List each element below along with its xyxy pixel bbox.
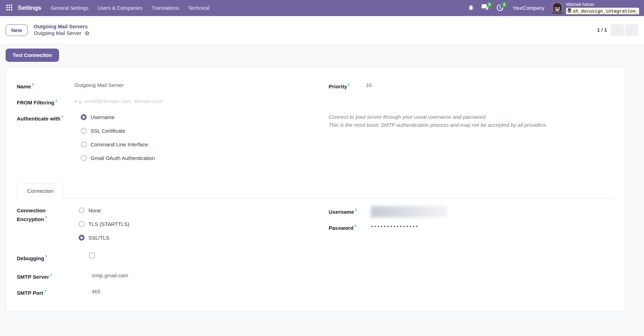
- radio-option-gmail-oauth[interactable]: Gmail OAuth Authentication: [81, 154, 155, 162]
- breadcrumb-current: Outgoing Mail Server: [34, 30, 81, 37]
- bug-icon: [468, 5, 474, 12]
- smtp-server-input[interactable]: [92, 271, 210, 279]
- radio-option-username[interactable]: Username: [81, 113, 155, 122]
- smtp-port-field-label: SMTP Port?: [17, 287, 79, 297]
- app-name-settings[interactable]: Settings: [16, 5, 46, 12]
- help-icon: ?: [45, 216, 47, 220]
- gear-icon: ⚙: [85, 30, 89, 36]
- radio-selected-icon[interactable]: [79, 235, 85, 241]
- apps-grid-icon: [6, 5, 12, 12]
- help-icon: ?: [354, 225, 356, 228]
- main-menu: General Settings Users & Companies Trans…: [46, 0, 214, 16]
- chevron-left-icon: ‹: [616, 27, 618, 33]
- menu-general-settings[interactable]: General Settings: [46, 0, 93, 16]
- debugging-field-label: Debugging?: [17, 253, 79, 262]
- help-icon: ?: [50, 273, 52, 277]
- company-switcher[interactable]: YourCompany: [508, 5, 549, 11]
- menu-technical[interactable]: Technical: [183, 0, 214, 16]
- password-field-label: Password?: [329, 222, 366, 232]
- top-navbar: Settings General Settings Users & Compan…: [0, 0, 644, 16]
- activities-count-badge: 4: [501, 2, 507, 7]
- messages-count-badge: 5: [487, 2, 492, 7]
- from-filtering-input[interactable]: [74, 97, 193, 105]
- new-button[interactable]: New: [6, 24, 28, 36]
- actions-gear-button[interactable]: ⚙: [85, 31, 89, 36]
- tab-connection[interactable]: Connection: [17, 184, 64, 198]
- name-input[interactable]: [74, 81, 193, 89]
- control-panel: New Outgoing Mail Servers Outgoing Mail …: [0, 16, 644, 44]
- radio-option-ssl-certificate[interactable]: SSL Certificate: [81, 126, 155, 135]
- help-icon: ?: [55, 99, 57, 103]
- radio-option-ssl-tls[interactable]: SSL/TLS: [79, 233, 129, 242]
- help-icon: ?: [348, 83, 350, 87]
- radio-option-tls-starttls[interactable]: TLS (STARTTLS): [79, 220, 129, 228]
- user-menu[interactable]: Mitchell Admin sh_docusign_integration_…: [550, 2, 641, 14]
- radio-option-none[interactable]: None: [79, 206, 129, 215]
- user-avatar: [551, 2, 563, 14]
- form-sheet: Name? FROM Filtering? Authenticate with?…: [6, 66, 625, 312]
- radio-unselected-icon[interactable]: [81, 141, 87, 147]
- help-icon: ?: [61, 115, 63, 119]
- radio-unselected-icon[interactable]: [79, 207, 85, 213]
- radio-unselected-icon[interactable]: [81, 128, 87, 134]
- authenticate-with-field-label: Authenticate with?: [17, 113, 74, 122]
- radio-selected-icon[interactable]: [81, 114, 87, 120]
- password-masked-value[interactable]: •••••••••••••••: [371, 222, 419, 229]
- chevron-right-icon: ›: [631, 27, 633, 33]
- username-redacted-value[interactable]: [371, 206, 447, 218]
- notebook-tabs: Connection: [17, 184, 615, 198]
- activities-button[interactable]: 4: [493, 0, 507, 16]
- test-connection-button[interactable]: Test Connection: [6, 49, 59, 62]
- authentication-help-text: Connect to your server through your usua…: [329, 113, 615, 129]
- priority-field-label: Priority?: [329, 81, 366, 90]
- help-icon: ?: [32, 83, 34, 87]
- menu-translations[interactable]: Translations: [147, 0, 183, 16]
- database-name: sh_docusign_integration_…: [573, 8, 637, 14]
- debugging-checkbox[interactable]: [89, 253, 95, 258]
- priority-input[interactable]: [366, 81, 485, 89]
- authenticate-with-radio-group: Username SSL Certificate Command Line In…: [74, 113, 155, 167]
- username-field-label: Username?: [329, 206, 366, 216]
- pager-next-button[interactable]: ›: [625, 24, 638, 36]
- pager-value: 1 / 1: [597, 27, 607, 33]
- messages-button[interactable]: 5: [478, 0, 492, 16]
- help-icon: ?: [44, 290, 46, 293]
- help-icon: ?: [45, 255, 47, 259]
- radio-unselected-icon[interactable]: [81, 155, 87, 161]
- debug-mode-button[interactable]: [465, 0, 477, 16]
- smtp-port-input[interactable]: [92, 287, 210, 295]
- radio-option-command-line-interface[interactable]: Command Line Interface: [81, 140, 155, 149]
- form-view: Test Connection Name? FROM Filtering? Au…: [0, 44, 644, 312]
- connection-encryption-field-label: Connection Encryption?: [17, 206, 79, 223]
- menu-users-companies[interactable]: Users & Companies: [93, 0, 147, 16]
- connection-encryption-radio-group: None TLS (STARTTLS) SSL/TLS: [79, 206, 129, 247]
- help-icon: ?: [355, 209, 357, 212]
- breadcrumb: Outgoing Mail Servers Outgoing Mail Serv…: [34, 23, 90, 37]
- apps-menu-button[interactable]: [3, 0, 16, 16]
- smtp-server-field-label: SMTP Server?: [17, 271, 79, 280]
- user-name: Mitchell Admin: [566, 2, 594, 7]
- from-filtering-field-label: FROM Filtering?: [17, 97, 74, 106]
- radio-unselected-icon[interactable]: [79, 221, 85, 227]
- name-field-label: Name?: [17, 81, 74, 90]
- pager-previous-button[interactable]: ‹: [610, 24, 624, 36]
- database-badge: sh_docusign_integration_…: [566, 8, 639, 14]
- breadcrumb-parent-link[interactable]: Outgoing Mail Servers: [34, 23, 90, 30]
- database-icon: [567, 8, 571, 14]
